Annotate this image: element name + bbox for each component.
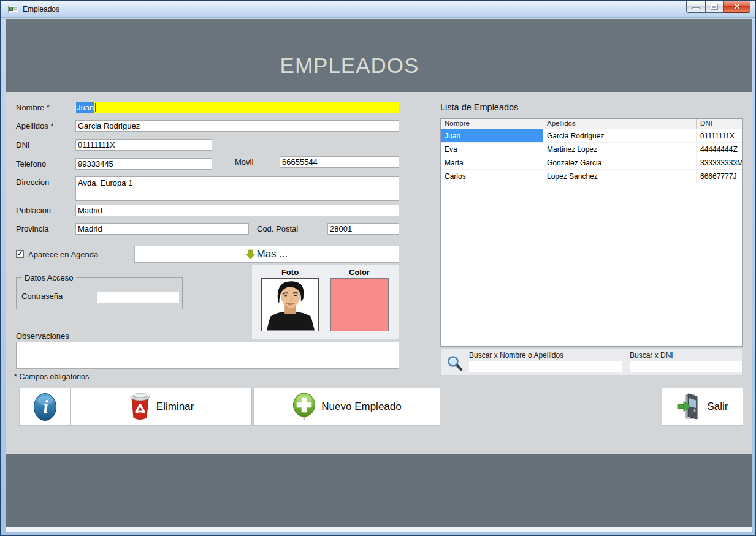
maximize-button[interactable] xyxy=(705,1,724,13)
cell-apellidos[interactable]: Martinez Lopez xyxy=(543,143,697,156)
direccion-input[interactable]: Avda. Europa 1 xyxy=(75,176,399,201)
list-title: Lista de Empleados xyxy=(440,102,518,112)
text-caret xyxy=(95,103,96,112)
column-header-dni[interactable]: DNI xyxy=(697,119,742,129)
color-swatch[interactable] xyxy=(330,278,389,331)
search-panel: Buscar x Nombre o Apellidos Buscar x DNI xyxy=(440,348,743,376)
telefono-input[interactable] xyxy=(75,158,212,170)
trash-icon xyxy=(129,393,151,421)
footer-gap xyxy=(6,527,752,532)
cell-nombre[interactable]: Marta xyxy=(441,156,543,169)
column-header-nombre[interactable]: Nombre xyxy=(441,119,543,129)
apellidos-input[interactable] xyxy=(75,120,399,132)
minimize-icon xyxy=(692,7,700,9)
cell-nombre[interactable]: Juan xyxy=(441,129,543,142)
svg-text:i: i xyxy=(43,397,48,417)
cod-postal-label: Cod. Postal xyxy=(257,224,298,233)
color-label: Color xyxy=(330,268,388,277)
cell-apellidos[interactable]: Lopez Sanchez xyxy=(543,170,697,183)
info-icon: i xyxy=(33,393,57,421)
provincia-label: Provincia xyxy=(16,224,48,233)
cell-dni[interactable]: 44444444Z xyxy=(697,143,742,156)
foto-label: Foto xyxy=(261,268,319,277)
telefono-label: Telefono xyxy=(16,159,46,168)
check-icon: ✓ xyxy=(17,250,23,257)
arrow-down-icon xyxy=(245,249,256,260)
title-bar: Empleados ✕ xyxy=(1,1,755,18)
plus-icon xyxy=(292,393,316,421)
footer-band xyxy=(6,454,752,527)
portrait-illustration xyxy=(262,279,318,331)
search-dni-input[interactable] xyxy=(630,361,742,372)
agenda-label: Aparece en Agenda xyxy=(28,250,98,259)
cod-postal-input[interactable] xyxy=(327,223,399,235)
app-icon xyxy=(8,5,18,14)
cell-dni[interactable]: 01111111X xyxy=(697,129,742,142)
client-area: EMPLEADOS Nombre * Apellidos * DNI Telef… xyxy=(6,18,752,532)
contrasena-input[interactable] xyxy=(97,292,179,303)
header-band: EMPLEADOS xyxy=(6,19,752,92)
salir-button[interactable]: Salir xyxy=(662,388,743,426)
cell-nombre[interactable]: Eva xyxy=(441,143,543,156)
datos-acceso-title: Datos Acceso xyxy=(22,273,76,282)
maximize-icon xyxy=(711,4,718,10)
nuevo-empleado-label: Nuevo Empleado xyxy=(321,401,401,413)
datos-acceso-group: Datos Acceso Contraseña xyxy=(16,277,183,309)
direccion-label: Direccion xyxy=(16,178,49,187)
foto-color-panel: Foto Color xyxy=(252,265,399,339)
page-title: EMPLEADOS xyxy=(6,53,693,78)
table-row[interactable]: Marta Gonzalez Garcia 333333333M xyxy=(441,156,742,170)
info-button[interactable]: i xyxy=(19,388,71,426)
app-window: Empleados ✕ EMPLEADOS Nombre * Apellidos… xyxy=(0,0,756,536)
employees-table: Nombre Apellidos DNI Juan Garcia Rodrigu… xyxy=(440,118,743,347)
cell-apellidos[interactable]: Garcia Rodriguez xyxy=(543,129,697,142)
nuevo-empleado-button[interactable]: Nuevo Empleado xyxy=(253,388,440,426)
table-row[interactable]: Carlos Lopez Sanchez 66667777J xyxy=(441,170,742,183)
window-controls: ✕ xyxy=(686,1,750,13)
provincia-input[interactable] xyxy=(75,223,249,235)
nombre-input[interactable]: Juan xyxy=(75,102,399,113)
observaciones-label: Observaciones xyxy=(16,331,69,341)
eliminar-button[interactable]: Eliminar xyxy=(71,388,252,426)
poblacion-input[interactable] xyxy=(75,205,399,216)
search-name-input[interactable] xyxy=(469,361,622,372)
contrasena-label: Contraseña xyxy=(21,292,63,301)
nombre-selected-text: Juan xyxy=(76,102,94,113)
dni-label: DNI xyxy=(16,140,29,149)
cell-dni[interactable]: 66667777J xyxy=(697,170,742,183)
required-note: * Campos obligatorios xyxy=(14,372,89,381)
movil-label: Movil xyxy=(235,157,253,167)
column-header-apellidos[interactable]: Apellidos xyxy=(543,119,697,129)
close-button[interactable]: ✕ xyxy=(724,1,750,13)
window-title: Empleados xyxy=(23,5,59,13)
exit-door-icon xyxy=(676,393,702,420)
mas-button[interactable]: Mas ... xyxy=(134,246,399,263)
cell-dni[interactable]: 333333333M xyxy=(697,156,742,169)
poblacion-label: Poblacion xyxy=(16,206,51,215)
table-header: Nombre Apellidos DNI xyxy=(441,119,742,129)
search-dni-label: Buscar x DNI xyxy=(630,351,673,360)
movil-input[interactable] xyxy=(280,156,399,168)
salir-label: Salir xyxy=(707,401,728,413)
search-name-label: Buscar x Nombre o Apellidos xyxy=(469,351,563,360)
nombre-label: Nombre * xyxy=(16,103,50,112)
observaciones-input[interactable] xyxy=(16,342,399,369)
minimize-button[interactable] xyxy=(686,1,705,13)
search-icon xyxy=(447,355,463,371)
table-row[interactable]: Eva Martinez Lopez 44444444Z xyxy=(441,143,742,156)
employee-photo[interactable] xyxy=(261,278,319,331)
agenda-checkbox[interactable]: ✓ xyxy=(16,250,24,258)
eliminar-label: Eliminar xyxy=(156,401,194,413)
mas-label: Mas ... xyxy=(256,248,288,260)
dni-input[interactable] xyxy=(75,139,212,151)
close-icon: ✕ xyxy=(734,2,741,10)
cell-apellidos[interactable]: Gonzalez Garcia xyxy=(543,156,697,169)
apellidos-label: Apellidos * xyxy=(16,121,53,130)
cell-nombre[interactable]: Carlos xyxy=(441,170,543,183)
table-row[interactable]: Juan Garcia Rodriguez 01111111X xyxy=(441,129,742,143)
